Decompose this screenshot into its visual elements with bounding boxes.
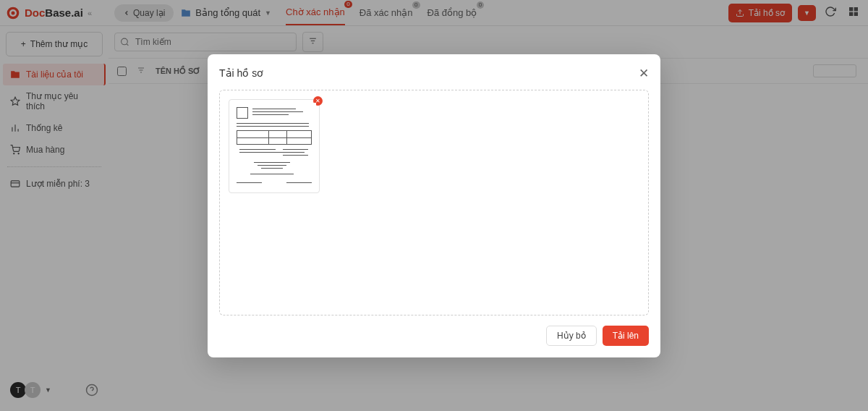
- cancel-button[interactable]: Hủy bỏ: [546, 326, 597, 346]
- modal-header: Tải hồ sơ ✕: [219, 66, 649, 81]
- document-preview: [232, 103, 316, 190]
- close-icon: ✕: [315, 98, 320, 104]
- drop-zone[interactable]: ✕: [219, 90, 649, 315]
- modal-overlay[interactable]: Tải hồ sơ ✕ ✕: [0, 0, 868, 411]
- modal-footer: Hủy bỏ Tải lên: [219, 326, 649, 346]
- upload-modal: Tải hồ sơ ✕ ✕: [208, 54, 660, 357]
- modal-title: Tải hồ sơ: [219, 67, 263, 79]
- close-icon: ✕: [639, 67, 649, 80]
- submit-button[interactable]: Tải lên: [603, 326, 649, 346]
- close-button[interactable]: ✕: [639, 66, 649, 81]
- file-thumbnail[interactable]: ✕: [229, 99, 320, 193]
